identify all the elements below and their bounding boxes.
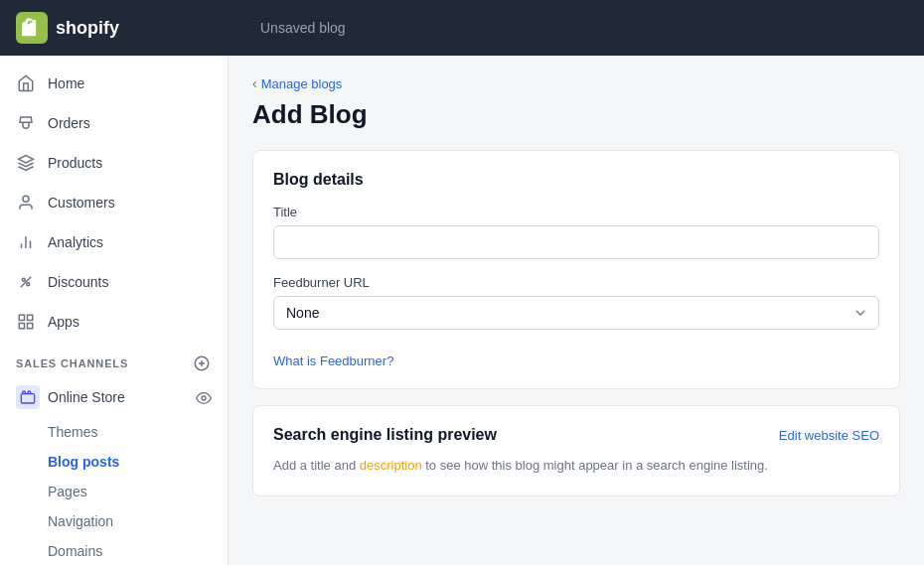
sidebar-item-products[interactable]: Products	[0, 143, 228, 183]
add-sales-channel-icon[interactable]	[192, 353, 212, 373]
sidebar-subitem-blog-posts[interactable]: Blog posts	[0, 447, 228, 477]
svg-marker-0	[19, 156, 34, 164]
breadcrumb-chevron: ‹	[252, 75, 257, 91]
orders-icon	[16, 113, 36, 133]
seo-card-title: Search engine listing preview	[273, 426, 497, 444]
page-title: Add Blog	[252, 99, 900, 130]
page-body: ‹ Manage blogs Add Blog Blog details Tit…	[229, 56, 924, 516]
sidebar-subitem-pages[interactable]: Pages	[0, 477, 228, 506]
main-content: ‹ Manage blogs Add Blog Blog details Tit…	[229, 56, 924, 565]
products-icon	[16, 153, 36, 173]
sidebar-item-orders-label: Orders	[48, 115, 90, 131]
title-input[interactable]	[273, 225, 879, 259]
sidebar-item-apps[interactable]: Apps	[0, 302, 228, 342]
title-label: Title	[273, 205, 879, 219]
feedburner-link[interactable]: What is Feedburner?	[273, 353, 393, 368]
sidebar-item-apps-label: Apps	[48, 314, 79, 330]
discounts-icon	[16, 272, 36, 292]
top-bar-page-title: Unsaved blog	[244, 20, 908, 36]
seo-desc-title-highlight: title	[311, 458, 331, 473]
sidebar-item-orders[interactable]: Orders	[0, 103, 228, 143]
breadcrumb-label: Manage blogs	[261, 76, 343, 91]
home-icon	[16, 73, 36, 93]
apps-icon	[16, 312, 36, 332]
seo-desc-desc-highlight: description	[360, 458, 422, 473]
svg-rect-8	[19, 315, 24, 320]
sidebar-item-analytics[interactable]: Analytics	[0, 222, 228, 262]
online-store-label: Online Store	[48, 389, 188, 405]
eye-icon[interactable]	[196, 388, 212, 406]
svg-point-5	[22, 278, 25, 281]
main-layout: Home Orders Products	[0, 56, 924, 565]
sidebar-item-online-store[interactable]: Online Store	[0, 377, 228, 417]
sidebar-subitem-themes[interactable]: Themes	[0, 417, 228, 447]
logo-area: shopify	[16, 12, 244, 44]
blog-details-card: Blog details Title Feedburner URL None W…	[252, 150, 900, 389]
online-store-icon	[16, 385, 40, 409]
breadcrumb[interactable]: ‹ Manage blogs	[252, 75, 900, 91]
sales-channels-header: SALES CHANNELS	[0, 342, 228, 377]
sidebar-item-products-label: Products	[48, 155, 102, 171]
svg-rect-9	[28, 315, 33, 320]
seo-edit-link[interactable]: Edit website SEO	[779, 428, 879, 443]
feedburner-label: Feedburner URL	[273, 275, 879, 290]
sales-channels-label: SALES CHANNELS	[16, 357, 128, 369]
feedburner-select[interactable]: None	[273, 296, 879, 330]
blog-details-title: Blog details	[273, 171, 879, 189]
svg-rect-11	[28, 324, 33, 329]
sidebar-item-discounts[interactable]: Discounts	[0, 262, 228, 302]
seo-card: Search engine listing preview Edit websi…	[252, 405, 900, 496]
title-field-group: Title	[273, 205, 879, 259]
svg-rect-10	[19, 324, 24, 329]
seo-description: Add a title and description to see how t…	[273, 456, 879, 476]
svg-rect-15	[21, 394, 34, 403]
sidebar-subitem-domains[interactable]: Domains	[0, 536, 228, 565]
top-bar: shopify Unsaved blog	[0, 0, 924, 56]
svg-point-16	[202, 396, 206, 400]
shopify-logo-icon	[16, 12, 48, 44]
sidebar-item-analytics-label: Analytics	[48, 234, 103, 250]
sidebar-item-customers-label: Customers	[48, 195, 115, 211]
sidebar-item-home[interactable]: Home	[0, 64, 228, 103]
logo-text: shopify	[56, 18, 119, 39]
customers-icon	[16, 193, 36, 212]
svg-point-6	[27, 283, 30, 286]
svg-point-1	[23, 196, 29, 202]
analytics-icon	[16, 232, 36, 252]
seo-card-header: Search engine listing preview Edit websi…	[273, 426, 879, 444]
sidebar-item-customers[interactable]: Customers	[0, 183, 228, 222]
sidebar: Home Orders Products	[0, 56, 229, 565]
sidebar-subitem-navigation[interactable]: Navigation	[0, 506, 228, 536]
sidebar-item-home-label: Home	[48, 75, 84, 91]
feedburner-field-group: Feedburner URL None	[273, 275, 879, 330]
sidebar-item-discounts-label: Discounts	[48, 274, 108, 290]
